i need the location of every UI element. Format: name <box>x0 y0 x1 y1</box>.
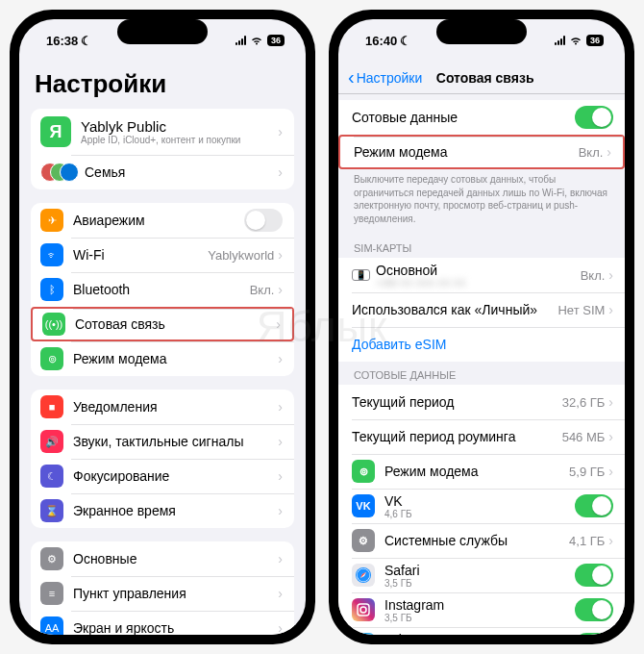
settings-content[interactable]: Настройки Я Yablyk Public Apple ID, iClo… <box>19 62 306 635</box>
svg-point-4 <box>360 607 366 613</box>
chevron-right-icon: › <box>278 164 283 180</box>
chevron-right-icon: › <box>608 429 613 444</box>
profile-name: Yablyk Public <box>81 118 278 135</box>
row-label: Bluetooth <box>73 282 250 297</box>
signal-icon <box>555 36 565 45</box>
wifi-icon: ᯤ <box>40 243 63 266</box>
sim-icon: 📱 <box>352 269 370 281</box>
cellular-row[interactable]: Режим модемаВкл.› <box>338 135 625 169</box>
row-notifications[interactable]: ■Уведомления› <box>31 390 294 424</box>
row-label: Режим модема <box>354 144 579 160</box>
data-row[interactable]: Safari3,5 ГБ <box>338 558 625 592</box>
data-row[interactable]: Текущий период роуминга546 МБ› <box>338 419 625 454</box>
row-detail: Нет SIM <box>557 303 605 317</box>
toggle[interactable] <box>244 209 283 232</box>
toggle[interactable] <box>575 633 613 635</box>
control-icon: ≡ <box>40 582 63 605</box>
sim-group: 📱Основной+380 XX XXX XX XXВкл.›Использов… <box>338 258 625 362</box>
wifi-status-icon <box>569 34 582 48</box>
row-label: Режим модема <box>384 464 569 479</box>
dynamic-island <box>436 19 527 44</box>
toggle[interactable] <box>575 106 613 129</box>
row-detail: 4,1 ГБ <box>569 534 605 548</box>
row-label: Режим модема <box>73 351 278 366</box>
row-display[interactable]: AAЭкран и яркость› <box>31 611 294 635</box>
row-general[interactable]: ⚙Основные› <box>31 541 294 576</box>
row-detail: Yablykworld <box>208 248 274 263</box>
toggle[interactable] <box>575 564 613 587</box>
row-control[interactable]: ≡Пункт управления› <box>31 576 294 611</box>
row-hotspot[interactable]: ⊚Режим модема› <box>31 341 294 376</box>
row-sounds[interactable]: 🔊Звуки, тактильные сигналы› <box>31 424 294 459</box>
row-detail: Вкл. <box>250 283 275 297</box>
data-row[interactable]: Текущий период32,6 ГБ› <box>338 385 625 419</box>
row-label: Пункт управления <box>73 586 278 601</box>
row-label: Экран и яркость <box>73 620 278 635</box>
moon-icon: ☾ <box>81 34 92 48</box>
toggle[interactable] <box>575 598 613 621</box>
cellular-row[interactable]: Сотовые данные <box>338 100 625 135</box>
cellular-content[interactable]: Сотовые данныеРежим модемаВкл.› Выключит… <box>338 94 625 635</box>
row-focus[interactable]: ☾Фокусирование› <box>31 459 294 493</box>
battery-badge: 36 <box>586 35 604 46</box>
row-label: Основные <box>73 551 278 566</box>
row-detail: Вкл. <box>581 268 606 283</box>
sim-row[interactable]: Использовался как «Личный»Нет SIM› <box>338 292 625 327</box>
signal-icon <box>235 36 246 45</box>
VK-icon: VK <box>352 494 375 517</box>
nav-bar: ‹ Настройки Сотовая связь <box>338 62 625 94</box>
toggle[interactable] <box>575 494 613 517</box>
row-label: Safari <box>384 563 575 578</box>
chevron-left-icon: ‹ <box>348 66 355 88</box>
apple-id-row[interactable]: Я Yablyk Public Apple ID, iCloud+, конте… <box>31 109 294 155</box>
data-row[interactable]: Instagram3,5 ГБ <box>338 592 625 627</box>
row-label: Уведомления <box>73 399 278 415</box>
sim-row[interactable]: 📱Основной+380 XX XXX XX XXВкл.› <box>338 258 625 292</box>
general-group: ⚙Основные›≡Пункт управления›AAЭкран и яр… <box>31 541 294 635</box>
row-label: Текущий период <box>352 394 562 410</box>
screentime-icon: ⌛ <box>40 499 63 522</box>
row-screentime[interactable]: ⌛Экранное время› <box>31 493 294 528</box>
phone-left: 16:38 ☾ 36 Настройки Я Yablyk Public App… <box>10 10 315 644</box>
sim-row[interactable]: Добавить eSIM <box>338 327 625 362</box>
chevron-right-icon: › <box>278 503 283 518</box>
family-label: Семья <box>85 164 278 180</box>
family-row[interactable]: Семья › <box>31 155 294 189</box>
row-cellular[interactable]: ((•))Сотовая связь› <box>31 307 294 341</box>
cellular-top-group: Сотовые данныеРежим модемаВкл.› <box>338 100 625 169</box>
sounds-icon: 🔊 <box>40 430 63 453</box>
row-label: Instagram <box>384 597 575 613</box>
data-row[interactable]: ⚙Системные службы4,1 ГБ› <box>338 523 625 558</box>
data-row[interactable]: Telegram2,4 ГБ <box>338 627 625 635</box>
row-label: Системные службы <box>384 533 569 548</box>
general-icon: ⚙ <box>40 547 63 570</box>
Telegram-icon <box>352 633 375 635</box>
profile-avatar: Я <box>40 116 71 147</box>
row-label: Звуки, тактильные сигналы <box>73 434 278 449</box>
nav-title: Сотовая связь <box>355 70 615 86</box>
blurred-number: +380 XX XXX XX XX <box>376 278 581 289</box>
data-row[interactable]: VKVK4,6 ГБ <box>338 489 625 523</box>
chevron-right-icon: › <box>278 399 283 415</box>
focus-icon: ☾ <box>40 465 63 488</box>
row-wifi[interactable]: ᯤWi-FiYablykworld› <box>31 238 294 272</box>
row-sub: 4,6 ГБ <box>384 509 575 519</box>
row-bluetooth[interactable]: ᛒBluetoothВкл.› <box>31 272 294 307</box>
chevron-right-icon: › <box>608 394 613 410</box>
battery-badge: 36 <box>267 35 285 46</box>
chevron-right-icon: › <box>278 551 283 566</box>
profile-group: Я Yablyk Public Apple ID, iCloud+, конте… <box>31 109 294 189</box>
notifications-icon: ■ <box>40 395 63 418</box>
data-header: СОТОВЫЕ ДАННЫЕ <box>338 362 625 385</box>
row-airplane[interactable]: ✈Авиарежим <box>31 203 294 238</box>
chevron-right-icon: › <box>276 316 281 332</box>
status-time: 16:38 <box>46 34 78 48</box>
Instagram-icon <box>352 598 375 621</box>
chevron-right-icon: › <box>608 302 613 317</box>
row-detail: Вкл. <box>579 145 604 160</box>
row-label: Основной <box>376 263 581 278</box>
profile-subtitle: Apple ID, iCloud+, контент и покупки <box>81 135 278 145</box>
chevron-right-icon: › <box>278 282 283 297</box>
row-sub: 3,5 ГБ <box>384 578 575 589</box>
data-row[interactable]: ⊚Режим модема5,9 ГБ› <box>338 454 625 489</box>
